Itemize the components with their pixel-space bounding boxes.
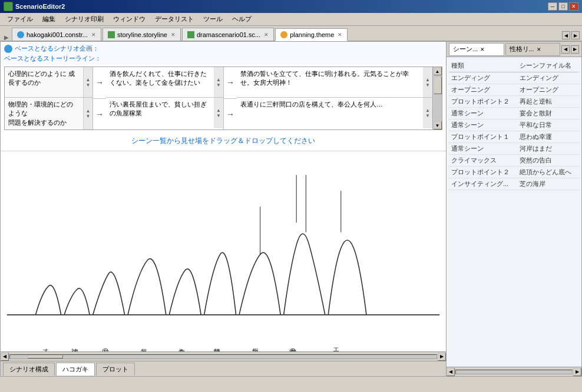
h-scrollbar[interactable]: ◀ ▶	[1, 351, 446, 361]
table-row[interactable]: 通常シーン河岸はまだ	[449, 143, 579, 155]
scenario-header-icon	[4, 45, 12, 53]
base-storyline-label: ベースとなるストーリーライン：	[4, 54, 101, 63]
story-right-text-1: 禁酒の誓いを立てて、仕事に明け暮れる。元気ることが幸せ。女房大明神！	[237, 67, 423, 97]
menu-window[interactable]: ウィンドウ	[108, 14, 150, 25]
scroll-r-2[interactable]: ▲▼	[423, 98, 432, 128]
tab-close-hakogaki[interactable]: ✕	[91, 32, 96, 38]
tab-nav-left[interactable]: ◀	[562, 31, 570, 39]
tab-list-icon: ▶	[1, 34, 12, 41]
hscroll-thumb[interactable]	[28, 355, 63, 358]
hscroll-track	[9, 354, 437, 359]
scroll-m-1[interactable]: ▲▼	[214, 67, 223, 97]
story-row-1-left: 心理的にどのように 成長するのか ▲▼	[5, 67, 92, 98]
right-tab-scene[interactable]: シーン... ✕	[449, 43, 504, 56]
app-title: ScenarioEditor2	[15, 3, 548, 10]
scene-name-cell: 芝の海岸	[517, 178, 579, 190]
scene-type-cell: 通常シーン	[449, 108, 517, 119]
menu-bar: ファイル 編集 シナリオ印刷 ウィンドウ データリスト ツール ヘルプ	[0, 13, 582, 26]
scene-name-cell: エンディング	[517, 72, 579, 84]
chart-area: オープニング 河岸はまだ 芝の海岸 思わぬ幸運 宴会と散財 絶頂からどん底へ	[1, 151, 446, 351]
tab-planning[interactable]: planning.theme ✕	[275, 28, 348, 41]
tab-nav: ◀ ▶	[561, 30, 581, 41]
right-hscroll-right[interactable]: ▶	[573, 368, 581, 376]
tab-close-planning[interactable]: ✕	[338, 32, 342, 38]
right-hscroll-left[interactable]: ◀	[447, 368, 455, 376]
hscroll-right[interactable]: ▶	[438, 353, 446, 361]
scroll-v-1[interactable]: ▲▼	[84, 67, 92, 97]
scene-name-cell: 突然の告白	[517, 155, 579, 167]
tab-hakogaki-bottom[interactable]: ハコガキ	[56, 363, 95, 376]
title-bar-buttons: ─ □ ✕	[548, 2, 578, 11]
vscroll-up[interactable]: ▲	[434, 67, 442, 75]
tab-plot[interactable]: プロット	[96, 363, 135, 376]
scene-type-cell: プロットポイント１	[449, 131, 517, 143]
close-button[interactable]: ✕	[569, 2, 578, 11]
menu-print[interactable]: シナリオ印刷	[60, 14, 108, 25]
table-row[interactable]: プロットポイント２絶頂からどん底へ	[449, 167, 579, 178]
svg-text:エンディング: エンディング	[332, 344, 340, 351]
right-panel-header: シーン... ✕ 性格リ... ✕ ◀ ▶	[447, 42, 581, 57]
scene-name-cell: 平和な日常	[517, 119, 579, 131]
right-tab-char[interactable]: 性格リ... ✕	[505, 43, 561, 56]
tab-scenario-structure[interactable]: シナリオ構成	[3, 363, 55, 376]
right-tab-char-label: 性格リ...	[510, 45, 534, 54]
menu-help[interactable]: ヘルプ	[227, 14, 256, 25]
app-icon	[4, 2, 13, 11]
table-row[interactable]: インサイティング...芝の海岸	[449, 178, 579, 190]
tab-close-drama[interactable]: ✕	[264, 32, 269, 38]
tab-icon-storyline	[108, 31, 115, 38]
minimize-button[interactable]: ─	[548, 2, 557, 11]
scene-type-cell: 通常シーン	[449, 119, 517, 131]
bottom-tabs: シナリオ構成 ハコガキ プロット	[1, 361, 446, 376]
right-tab-close-2[interactable]: ✕	[537, 46, 541, 52]
tab-icon-planning	[280, 31, 287, 38]
table-row[interactable]: 通常シーン宴会と散財	[449, 108, 579, 119]
table-row[interactable]: プロットポイント２再起と逆転	[449, 96, 579, 108]
tab-nav-right[interactable]: ▶	[571, 31, 580, 39]
right-bottom-scroll[interactable]: ◀ ▶	[447, 367, 581, 376]
scroll-v-2[interactable]: ▲▼	[84, 98, 92, 129]
maximize-button[interactable]: □	[558, 2, 568, 11]
scene-name-cell: 再起と逆転	[517, 96, 579, 108]
title-bar: ScenarioEditor2 ─ □ ✕	[0, 0, 582, 13]
menu-file[interactable]: ファイル	[2, 14, 38, 25]
arrow-2: →	[93, 99, 106, 130]
scroll-r-1[interactable]: ▲▼	[423, 67, 432, 97]
arrow-col-2: → →	[224, 67, 237, 129]
vscroll-down[interactable]: ▼	[434, 121, 442, 129]
scene-type-cell: プロットポイント２	[449, 96, 517, 108]
menu-datalist[interactable]: データリスト	[150, 14, 199, 25]
tab-storyline[interactable]: storyline.storyline ✕	[102, 28, 181, 41]
table-row[interactable]: エンディングエンディング	[449, 72, 579, 84]
scroll-arrows-1: ▲▼	[85, 77, 90, 88]
tab-close-storyline[interactable]: ✕	[171, 32, 176, 38]
table-row[interactable]: 通常シーン平和な日常	[449, 119, 579, 131]
tab-icon-hakogaki	[17, 31, 24, 38]
scene-name-cell: 宴会と散財	[517, 108, 579, 119]
table-row[interactable]: クライマックス突然の告白	[449, 155, 579, 167]
tab-drama[interactable]: dramascenario01.sc... ✕	[182, 28, 274, 41]
arrow-4: →	[224, 99, 237, 130]
svg-text:芝の海岸: 芝の海岸	[101, 344, 109, 351]
vscroll-thumb[interactable]	[434, 77, 442, 94]
arrow-1: →	[93, 67, 106, 99]
svg-text:思わぬ幸運: 思わぬ幸運	[140, 344, 147, 351]
svg-text:河岸はまだ: 河岸はまだ	[71, 344, 78, 351]
scene-type-cell: クライマックス	[449, 155, 517, 167]
scene-type-cell: オープニング	[449, 84, 517, 96]
scene-name-cell: オープニング	[517, 84, 579, 96]
story-label-2: 物理的・環境的にどのような問題を解決するのか	[5, 98, 84, 129]
table-row[interactable]: オープニングオープニング	[449, 84, 579, 96]
table-row[interactable]: プロットポイント１思わぬ幸運	[449, 131, 579, 143]
hscroll-left[interactable]: ◀	[1, 353, 9, 361]
svg-text:平和な日常: 平和な日常	[251, 344, 259, 351]
right-panel-nav-right[interactable]: ▶	[571, 45, 579, 54]
form-vscrollbar[interactable]: ▲ ▼	[432, 67, 442, 129]
right-tab-close-1[interactable]: ✕	[480, 46, 485, 52]
scroll-m-2[interactable]: ▲▼	[214, 98, 223, 128]
tab-hakogaki[interactable]: hakogaki001.constr... ✕	[12, 28, 101, 41]
right-panel-nav-left[interactable]: ◀	[561, 45, 570, 54]
menu-tools[interactable]: ツール	[199, 14, 227, 25]
menu-edit[interactable]: 編集	[38, 14, 60, 25]
scene-type-cell: エンディング	[449, 72, 517, 84]
